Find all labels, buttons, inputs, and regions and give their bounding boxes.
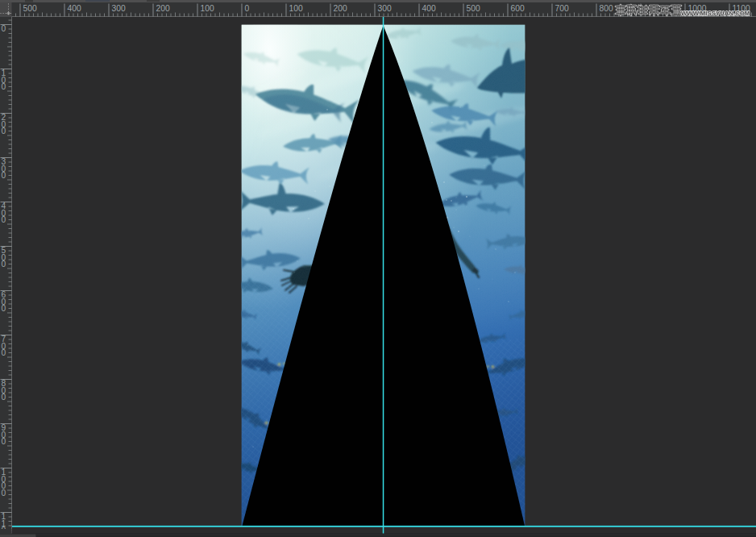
svg-text:0: 0 <box>2 171 6 180</box>
svg-text:400: 400 <box>422 4 436 13</box>
svg-text:200: 200 <box>156 4 170 13</box>
svg-text:0: 0 <box>2 348 6 357</box>
svg-text:0: 0 <box>2 393 6 402</box>
svg-text:0: 0 <box>2 489 6 497</box>
svg-text:0: 0 <box>2 304 6 313</box>
svg-text:700: 700 <box>555 4 569 13</box>
svg-text:400: 400 <box>68 4 81 13</box>
svg-text:200: 200 <box>334 4 347 13</box>
svg-text:500: 500 <box>23 4 37 13</box>
svg-text:300: 300 <box>378 4 392 13</box>
svg-text:100: 100 <box>289 4 303 13</box>
svg-text:300: 300 <box>112 4 126 13</box>
svg-text:0: 0 <box>2 127 6 135</box>
svg-text:WWW.MISSYUAN.COM: WWW.MISSYUAN.COM <box>681 10 750 17</box>
svg-text:500: 500 <box>467 4 480 13</box>
svg-text:0: 0 <box>245 4 250 13</box>
svg-text:600: 600 <box>511 4 525 13</box>
svg-text:0: 0 <box>2 215 6 224</box>
svg-text:100: 100 <box>201 4 214 13</box>
svg-text:0: 0 <box>2 82 6 91</box>
svg-text:800: 800 <box>600 4 613 13</box>
svg-text:0: 0 <box>2 24 6 33</box>
svg-text:0: 0 <box>2 260 6 268</box>
svg-text:0: 0 <box>2 437 6 446</box>
